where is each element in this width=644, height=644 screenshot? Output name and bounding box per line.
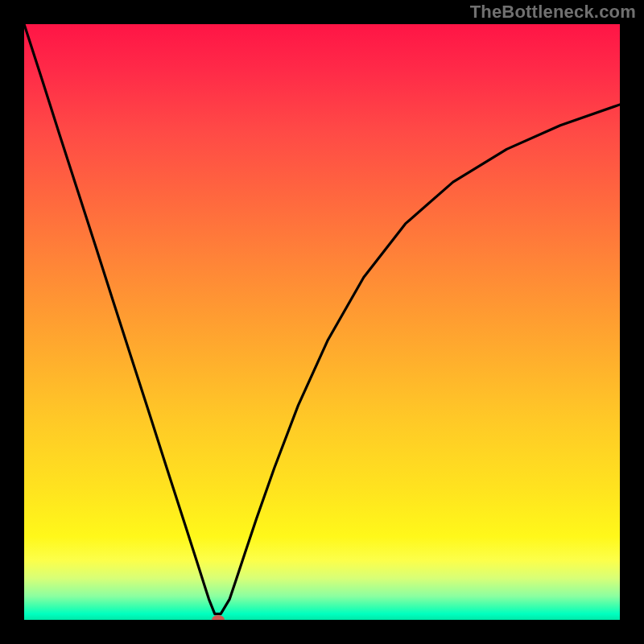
watermark-text: TheBottleneck.com bbox=[470, 2, 636, 23]
minimum-marker-dot bbox=[212, 615, 225, 620]
plot-area bbox=[24, 24, 620, 620]
chart-frame: TheBottleneck.com bbox=[0, 0, 644, 644]
gradient-background bbox=[24, 24, 620, 620]
